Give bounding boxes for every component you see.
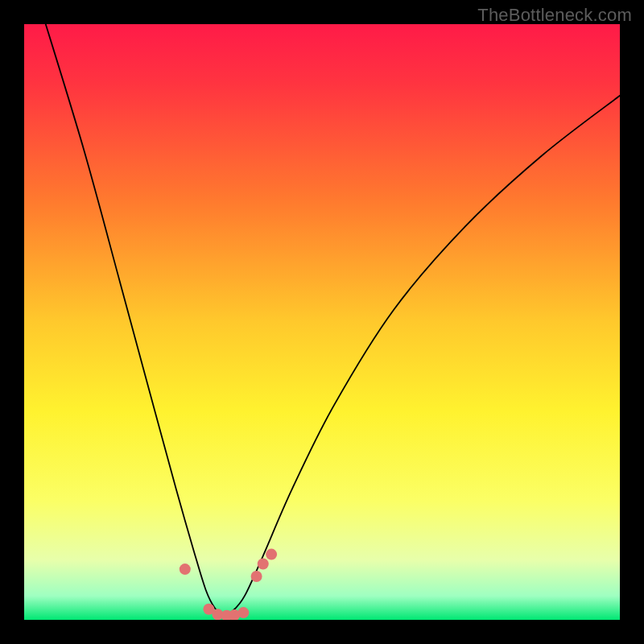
trough-marker bbox=[251, 571, 262, 582]
trough-marker bbox=[266, 549, 277, 560]
trough-marker bbox=[180, 564, 191, 575]
trough-marker bbox=[237, 607, 249, 618]
watermark-text: TheBottleneck.com bbox=[477, 5, 632, 26]
plot-background bbox=[24, 24, 620, 620]
bottleneck-chart bbox=[0, 0, 644, 644]
trough-marker bbox=[258, 558, 269, 569]
chart-frame: TheBottleneck.com bbox=[0, 0, 644, 644]
